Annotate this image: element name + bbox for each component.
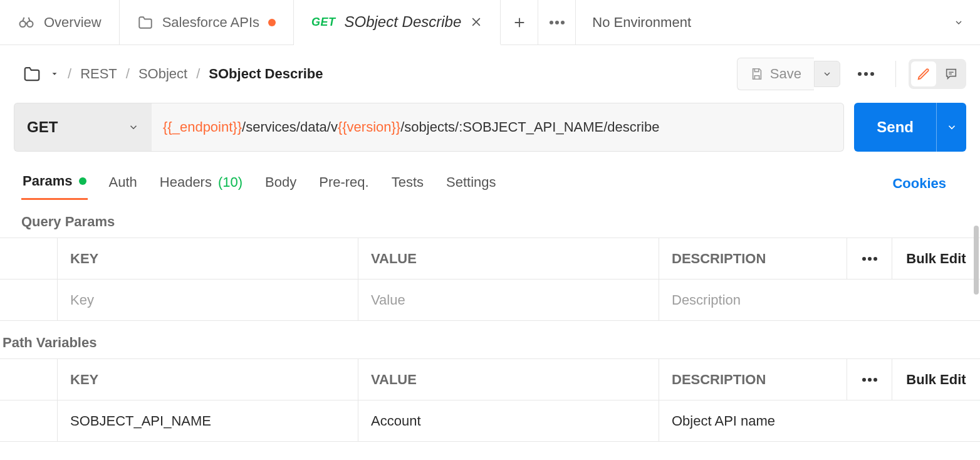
url-var-version: {{version}} (338, 119, 400, 135)
breadcrumb-sep: / (196, 66, 200, 82)
request-url-row: GET {{_endpoint}} /services/data/v {{ver… (0, 103, 980, 167)
tab-collection-label: Salesforce APIs (162, 14, 259, 31)
breadcrumb-sep: / (68, 66, 71, 82)
breadcrumb-folder-dropdown[interactable] (50, 70, 59, 78)
toolbar-actions: Save (737, 58, 966, 90)
new-tab-button[interactable] (501, 0, 538, 44)
svg-point-2 (550, 21, 553, 24)
view-mode-comment[interactable] (939, 61, 964, 86)
binoculars-icon (18, 14, 35, 31)
tab-headers[interactable]: Headers (10) (159, 168, 244, 199)
path-col-checkbox (0, 359, 58, 400)
tab-tests[interactable]: Tests (390, 168, 425, 199)
divider (895, 61, 896, 87)
query-header-row: KEY VALUE DESCRIPTION Bulk Edit (0, 238, 980, 280)
close-icon[interactable] (470, 16, 482, 28)
query-col-desc: DESCRIPTION (659, 238, 847, 279)
svg-point-11 (862, 378, 866, 382)
svg-point-8 (862, 257, 866, 261)
query-value-input[interactable]: Value (358, 280, 659, 320)
cookies-link[interactable]: Cookies (892, 175, 946, 192)
tab-strip: Overview Salesforce APIs GET SObject Des… (0, 0, 980, 45)
request-method-badge: GET (311, 16, 336, 29)
tab-headers-label: Headers (160, 174, 212, 191)
request-tabs: Params Auth Headers (10) Body Pre-req. T… (0, 167, 980, 200)
tab-prereq[interactable]: Pre-req. (318, 168, 370, 199)
query-key-input[interactable]: Key (58, 280, 358, 320)
collection-folder-icon[interactable] (23, 65, 41, 83)
request-url-input[interactable]: {{_endpoint}} /services/data/v {{version… (152, 103, 844, 152)
path-row: SOBJECT_API_NAME Account Object API name (0, 400, 980, 442)
tab-request-label: SObject Describe (345, 13, 462, 31)
breadcrumb-l2[interactable]: SObject (138, 66, 187, 82)
tab-collection[interactable]: Salesforce APIs (120, 0, 294, 44)
breadcrumb-l1[interactable]: REST (80, 66, 117, 82)
toolbar: / REST / SObject / SObject Describe Save (0, 45, 980, 103)
svg-point-1 (27, 21, 33, 26)
query-desc-input[interactable]: Description (659, 280, 980, 320)
svg-point-0 (20, 21, 26, 26)
query-col-value: VALUE (358, 238, 659, 279)
content-scrollbar[interactable] (974, 226, 979, 295)
headers-count: (10) (218, 174, 242, 191)
tab-auth[interactable]: Auth (108, 168, 138, 199)
svg-point-7 (870, 72, 874, 76)
query-params-title: Query Params (0, 200, 980, 238)
query-row-checkbox[interactable] (0, 280, 58, 320)
svg-point-5 (858, 72, 862, 76)
tab-body[interactable]: Body (264, 168, 298, 199)
environment-selector[interactable]: No Environment (576, 0, 980, 44)
path-row-checkbox[interactable] (0, 400, 58, 441)
save-button-group: Save (737, 58, 840, 90)
environment-label: No Environment (592, 14, 691, 31)
send-button-group: Send (854, 103, 966, 152)
path-bulk-edit[interactable]: Bulk Edit (892, 359, 980, 400)
chevron-down-icon (954, 18, 964, 28)
query-params-grid: KEY VALUE DESCRIPTION Bulk Edit Key Valu… (0, 238, 980, 321)
svg-point-13 (873, 378, 877, 382)
tab-overflow-button[interactable] (538, 0, 576, 44)
tab-params-label: Params (23, 173, 73, 189)
breadcrumb-current[interactable]: SObject Describe (209, 66, 323, 82)
breadcrumb-sep: / (126, 66, 130, 82)
path-col-options[interactable] (847, 359, 892, 400)
tab-params[interactable]: Params (21, 167, 88, 200)
chevron-down-icon (128, 122, 139, 133)
view-mode-edit[interactable] (911, 61, 936, 86)
query-bulk-edit[interactable]: Bulk Edit (892, 238, 980, 279)
save-button[interactable]: Save (737, 58, 814, 90)
http-method-select[interactable]: GET (14, 103, 152, 152)
svg-point-6 (864, 72, 868, 76)
breadcrumb: / REST / SObject / SObject Describe (23, 65, 323, 83)
query-col-options[interactable] (847, 238, 892, 279)
path-col-value: VALUE (358, 359, 659, 400)
svg-point-3 (555, 21, 559, 24)
path-key-input[interactable]: SOBJECT_API_NAME (58, 400, 358, 441)
send-label: Send (877, 118, 914, 136)
svg-point-9 (868, 257, 872, 261)
tab-settings[interactable]: Settings (445, 168, 498, 199)
query-col-key: KEY (58, 238, 358, 279)
send-dropdown-button[interactable] (936, 103, 966, 152)
more-actions-button[interactable] (849, 65, 883, 83)
path-vars-title: Path Variables (0, 321, 980, 358)
svg-point-12 (868, 378, 872, 382)
tab-overview[interactable]: Overview (0, 0, 120, 44)
params-indicator-dot (79, 177, 86, 185)
view-mode-toggle (909, 59, 966, 89)
folder-icon (137, 14, 154, 31)
floppy-disk-icon (750, 67, 764, 81)
unsaved-dot-icon (268, 19, 276, 26)
url-seg-2: /sobjects/:SOBJECT_API_NAME/describe (400, 119, 659, 135)
url-var-endpoint: {{_endpoint}} (163, 119, 242, 135)
send-button[interactable]: Send (854, 103, 936, 152)
path-col-desc: DESCRIPTION (659, 359, 847, 400)
tab-overview-label: Overview (44, 14, 102, 31)
tab-request-active[interactable]: GET SObject Describe (294, 0, 501, 45)
path-value-input[interactable]: Account (358, 400, 659, 441)
url-seg-1: /services/data/v (242, 119, 338, 135)
save-dropdown-button[interactable] (814, 61, 840, 87)
http-method-value: GET (27, 118, 58, 136)
query-empty-row: Key Value Description (0, 280, 980, 321)
path-desc-input[interactable]: Object API name (659, 400, 980, 441)
